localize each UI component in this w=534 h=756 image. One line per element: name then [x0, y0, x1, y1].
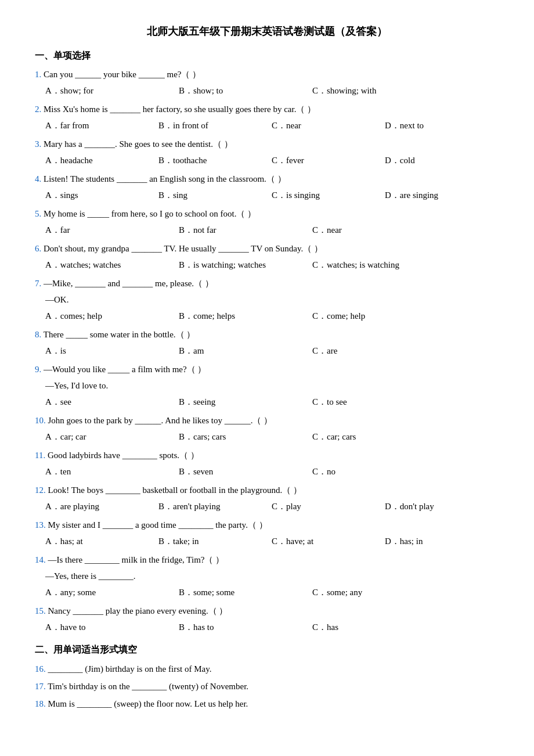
question-line: 7. —Mike, _______ and _______ me, please…	[35, 276, 499, 290]
question-number: 15.	[35, 606, 48, 615]
question-number: 16.	[35, 664, 48, 674]
question-number: 2.	[35, 105, 44, 114]
option: C．near	[272, 118, 385, 132]
option: B．seeing	[179, 395, 312, 409]
question-text: My sister and I _______ a good time ____…	[48, 520, 268, 530]
question-text: Nancy _______ play the piano every eveni…	[48, 606, 228, 615]
options-row: A．has; atB．take; inC．have; atD．has; in	[35, 534, 499, 548]
option: B．cars; cars	[179, 430, 312, 444]
option: A．show; for	[45, 84, 179, 98]
question-text: —Mike, _______ and _______ me, please.（ …	[44, 279, 214, 288]
option: B．seven	[179, 465, 312, 478]
options-row: A．isB．amC．are	[35, 344, 499, 358]
option: C．near	[312, 223, 446, 237]
question-line: 13. My sister and I _______ a good time …	[35, 518, 499, 532]
question-text: Look! The boys ________ basketball or fo…	[48, 485, 302, 495]
option: A．headache	[45, 153, 158, 167]
options-row: A．have toB．has toC．has	[35, 620, 499, 634]
option: A．comes; help	[45, 309, 179, 323]
option: A．car; car	[45, 430, 179, 444]
option: C．has	[312, 620, 446, 634]
question-number: 17.	[35, 682, 48, 691]
option: B．aren't playing	[158, 499, 272, 513]
question-line: 15. Nancy _______ play the piano every e…	[35, 604, 499, 618]
question-line: 6. Don't shout, my grandpa _______ TV. H…	[35, 242, 499, 255]
fill-question: 17. Tim's birthday is on the ________ (t…	[35, 679, 499, 693]
question-number: 3.	[35, 139, 44, 149]
option: C．come; help	[312, 309, 446, 323]
options-row: A．tenB．sevenC．no	[35, 465, 499, 478]
fill-question: 16. ________ (Jim) birthday is on the fi…	[35, 662, 499, 676]
options-row: A．show; forB．show; toC．showing; with	[35, 84, 499, 98]
question-text: Can you ______ your bike ______ me?（ ）	[44, 70, 201, 79]
option: A．have to	[45, 620, 179, 634]
option: A．watches; watches	[45, 258, 179, 272]
option: A．far from	[45, 118, 158, 132]
option: C．fever	[272, 153, 385, 167]
option: C．car; cars	[312, 430, 446, 444]
option: B．take; in	[158, 534, 272, 548]
question-number: 12.	[35, 485, 48, 495]
dialog-line: —Yes, there is ________.	[35, 569, 499, 583]
options-row: A．headacheB．toothacheC．feverD．cold	[35, 153, 499, 167]
option: B．come; helps	[179, 309, 312, 323]
question-number: 14.	[35, 555, 48, 564]
question-text: There _____ some water in the bottle.（ ）	[44, 330, 196, 339]
option: D．are singing	[385, 188, 498, 202]
question-text: John goes to the park by ______. And he …	[48, 416, 273, 425]
question-line: 5. My home is _____ from here, so I go t…	[35, 207, 499, 221]
question-text: —Is there ________ milk in the fridge, T…	[48, 555, 225, 564]
question-text: Don't shout, my grandpa _______ TV. He u…	[44, 244, 323, 253]
options-row: A．farB．not farC．near	[35, 223, 499, 237]
option: C．showing; with	[312, 84, 446, 98]
option: C．are	[312, 344, 446, 358]
option: B．toothache	[158, 153, 272, 167]
option: A．sings	[45, 188, 158, 202]
question-text: My home is _____ from here, so I go to s…	[44, 209, 256, 218]
question-number: 9.	[35, 365, 44, 374]
question-line: 3. Mary has a _______. She goes to see t…	[35, 137, 499, 151]
section2-title: 二、用单词适当形式填空	[35, 642, 499, 657]
fill-question: 18. Mum is ________ (sweep) the floor no…	[35, 697, 499, 711]
option: A．ten	[45, 465, 179, 478]
question-text: ________ (Jim) birthday is on the first …	[48, 664, 212, 674]
question-text: Mary has a _______. She goes to see the …	[44, 139, 233, 149]
question-text: Listen! The students _______ an English …	[44, 174, 286, 183]
question-number: 8.	[35, 330, 44, 339]
dialog-line: —OK.	[35, 293, 499, 307]
dialog-line: —Yes, I'd love to.	[35, 379, 499, 393]
option: C．have; at	[272, 534, 385, 548]
option: D．don't play	[385, 499, 498, 513]
option: A．see	[45, 395, 179, 409]
option: C．play	[272, 499, 385, 513]
option: C．to see	[312, 395, 446, 409]
option: A．is	[45, 344, 179, 358]
option: B．has to	[179, 620, 312, 634]
option: B．in front of	[158, 118, 272, 132]
options-row: A．singsB．singC．is singingD．are singing	[35, 188, 499, 202]
question-line: 8. There _____ some water in the bottle.…	[35, 327, 499, 341]
question-text: Mum is ________ (sweep) the floor now. L…	[48, 699, 248, 708]
question-number: 5.	[35, 209, 44, 218]
option: A．any; some	[45, 585, 179, 599]
question-number: 10.	[35, 416, 48, 425]
question-line: 10. John goes to the park by ______. And…	[35, 413, 499, 427]
option: B．am	[179, 344, 312, 358]
option: D．has; in	[385, 534, 498, 548]
question-text: Tim's birthday is on the ________ (twent…	[48, 682, 248, 691]
question-line: 9. —Would you like _____ a film with me?…	[35, 362, 499, 376]
question-line: 14. —Is there ________ milk in the fridg…	[35, 553, 499, 567]
option: A．are playing	[45, 499, 158, 513]
option: B．some; some	[179, 585, 312, 599]
option: C．some; any	[312, 585, 446, 599]
option: A．has; at	[45, 534, 158, 548]
question-line: 12. Look! The boys ________ basketball o…	[35, 483, 499, 497]
options-row: A．seeB．seeingC．to see	[35, 395, 499, 409]
option: D．cold	[385, 153, 498, 167]
question-number: 13.	[35, 520, 48, 530]
options-row: A．comes; helpB．come; helpsC．come; help	[35, 309, 499, 323]
options-row: A．far fromB．in front ofC．nearD．next to	[35, 118, 499, 132]
option: B．show; to	[179, 84, 312, 98]
question-number: 18.	[35, 699, 48, 708]
question-number: 4.	[35, 174, 44, 183]
